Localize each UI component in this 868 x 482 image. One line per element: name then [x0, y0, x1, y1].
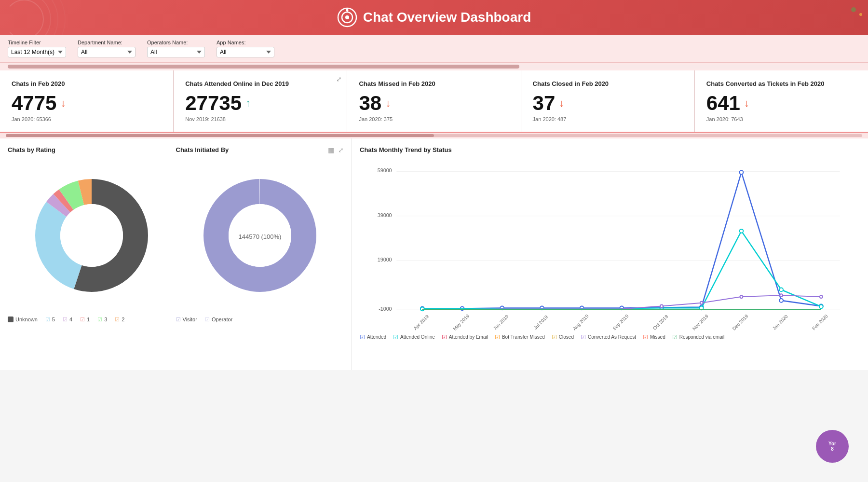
monthly-trend-chart: Chats Monthly Trend by Status 59000 3900… — [352, 138, 868, 370]
legend-check-online: ☑ — [393, 334, 398, 341]
kpi-trend-down-4: ↓ — [744, 98, 749, 109]
monthly-trend-legend: ☑ Attended ☑ Attended Online ☑ Attended … — [360, 334, 860, 341]
legend-label-2: 2 — [122, 317, 124, 322]
legend-label-visitor: Visitor — [183, 317, 197, 322]
kpi-prev-4: Jan 2020: 7643 — [706, 116, 856, 122]
charts-section: ▦ ⤢ Chats by Rating — [0, 138, 868, 370]
legend-missed: ☑ Missed — [643, 334, 665, 341]
appnames-filter-label: App Names: — [217, 40, 274, 45]
y-label-neg1000: -1000 — [379, 306, 392, 312]
kpi-value-row-2: 38 ↓ — [359, 93, 509, 113]
dot-converted-7 — [700, 302, 703, 304]
legend-converted-request: ☑ Converted As Request — [581, 334, 636, 341]
legend-bot-transfer: ☑ Bot Transfer Missed — [495, 334, 545, 341]
legend-operator: ☑ Operator — [205, 317, 232, 323]
legend-responded-email: ☑ Responded via email — [672, 334, 724, 341]
legend-check-email: ☑ — [442, 334, 447, 341]
kpi-card-chats-feb: Chats in Feb 2020 4775 ↓ Jan 2020: 65366 — [0, 70, 174, 132]
legend-unknown: Unknown — [8, 317, 38, 323]
legend-3: ☑ 3 — [97, 317, 107, 323]
kpi-title-1: Chats Attended Online in Dec 2019 — [185, 80, 335, 88]
legend-check-converted: ☑ — [581, 334, 586, 341]
dot-attended-8 — [740, 170, 744, 174]
legend-attended: ☑ Attended — [360, 334, 386, 341]
legend-label-converted: Converted As Request — [588, 334, 636, 340]
chats-initiated-by-title: Chats Initiated By — [176, 146, 344, 153]
department-filter-group: Department Name: All — [78, 40, 136, 57]
header-dots — [834, 2, 863, 31]
kpi-trend-down-2: ↓ — [385, 98, 391, 109]
kpi-value-1: 27735 — [185, 93, 242, 113]
x-label-jan: Jan 2020 — [772, 313, 789, 331]
yor-line1: Yor — [828, 441, 836, 446]
donut-charts-row: ▦ ⤢ Chats by Rating — [8, 146, 344, 323]
expand-icon-charts[interactable]: ⤢ — [338, 146, 344, 154]
kpi-title-3: Chats Closed in Feb 2020 — [533, 80, 683, 88]
kpi-value-4: 641 — [706, 93, 740, 113]
kpi-value-row-4: 641 ↓ — [706, 93, 856, 113]
kpi-value-2: 38 — [359, 93, 381, 113]
svg-point-6 — [345, 15, 349, 19]
line-attended-online — [422, 231, 821, 309]
legend-label-5: 5 — [52, 317, 55, 322]
kpi-card-missed: Chats Missed in Feb 2020 38 ↓ Jan 2020: … — [347, 70, 521, 132]
legend-check-visitor: ☑ — [176, 317, 181, 323]
legend-label-attended: Attended — [367, 334, 386, 340]
dot-online-10 — [819, 304, 823, 308]
dot-converted-10 — [820, 295, 823, 298]
chats-by-rating-donut — [8, 158, 176, 313]
donut-center-label: 144570 (100%) — [238, 233, 281, 240]
kpi-title-0: Chats in Feb 2020 — [12, 80, 162, 88]
legend-attended-online: ☑ Attended Online — [393, 334, 435, 341]
legend-label-online: Attended Online — [400, 334, 435, 340]
kpi-value-3: 37 — [533, 93, 556, 113]
x-label-jun: Jun 2019 — [492, 314, 510, 331]
chats-by-rating-title: Chats by Rating — [8, 146, 176, 153]
dot-online-9 — [779, 288, 783, 291]
scroll-area — [0, 63, 868, 70]
y-label-19000: 19000 — [378, 257, 392, 262]
timeline-filter-label: Timeline Filter — [8, 40, 66, 45]
chats-by-rating-legend: Unknown ☑ 5 ☑ 4 ☑ 1 ☑ — [8, 317, 176, 323]
bar-chart-icon[interactable]: ▦ — [328, 146, 334, 154]
kpi-value-0: 4775 — [12, 93, 56, 113]
kpi-prev-1: Nov 2019: 21638 — [185, 116, 335, 122]
x-label-feb: Feb 2020 — [811, 313, 829, 331]
timeline-filter-select[interactable]: Last 12 Month(s) Last 6 Month(s) Last 3 … — [8, 47, 66, 57]
legend-2: ☑ 2 — [115, 317, 124, 323]
legend-label-responded: Responded via email — [679, 334, 724, 340]
department-filter-select[interactable]: All — [78, 47, 136, 57]
legend-check-operator: ☑ — [205, 317, 210, 323]
x-label-oct: Oct 2019 — [652, 314, 669, 331]
legend-label-3: 3 — [104, 317, 107, 322]
expand-icon-1[interactable]: ⤢ — [336, 75, 342, 83]
svg-point-0 — [10, 0, 43, 35]
legend-check-bot: ☑ — [495, 334, 500, 341]
legend-label-missed: Missed — [650, 334, 665, 340]
x-label-dec: Dec 2019 — [731, 313, 749, 331]
left-charts-panel: ▦ ⤢ Chats by Rating — [0, 138, 352, 370]
operators-filter-select[interactable]: All — [147, 47, 205, 57]
svg-point-8 — [346, 9, 348, 12]
department-filter-label: Department Name: — [78, 40, 136, 45]
page-header: Chat Overview Dashboard — [0, 0, 868, 35]
legend-label-operator: Operator — [212, 317, 232, 322]
kpi-value-row-1: 27735 ↑ — [185, 93, 335, 113]
operators-filter-label: Operators Name: — [147, 40, 205, 45]
header-decoration — [10, 0, 96, 35]
legend-check-4: ☑ — [63, 317, 68, 323]
kpi-prev-0: Jan 2020: 65366 — [12, 116, 162, 122]
kpi-value-row-3: 37 ↓ — [533, 93, 683, 113]
kpi-value-row-0: 4775 ↓ — [12, 93, 162, 113]
dot-attended-9 — [779, 299, 783, 303]
kpi-trend-down-3: ↓ — [559, 98, 564, 109]
kpi-prev-2: Jan 2020: 375 — [359, 116, 509, 122]
chat-overview-icon — [337, 7, 357, 28]
line-chart-svg: 59000 39000 19000 -1000 Apr 2019 May 201… — [360, 158, 860, 332]
yor-badge: Yor 8 — [816, 430, 849, 463]
legend-check-5: ☑ — [45, 317, 50, 323]
appnames-filter-select[interactable]: All — [217, 47, 274, 57]
legend-4: ☑ 4 — [63, 317, 72, 323]
monthly-trend-title: Chats Monthly Trend by Status — [360, 146, 860, 153]
donut-initiated-svg: 144570 (100%) — [216, 192, 304, 279]
